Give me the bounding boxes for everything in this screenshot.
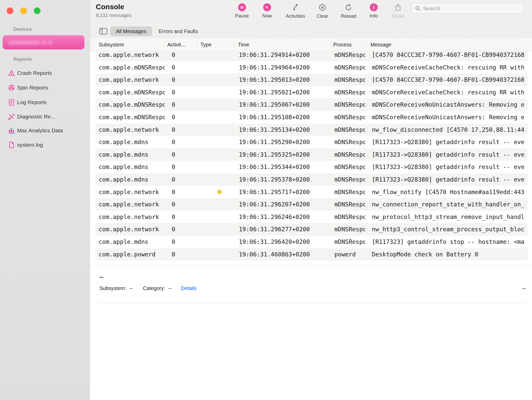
log-table-row[interactable]: com.apple.network 0 19:06:31.296207+0200… [95, 198, 528, 211]
toolbar: Console 8,232 messages Pause Now Act [90, 0, 532, 24]
log-table-row[interactable]: com.apple.mDNSResponder 0 19:06:31.29510… [95, 111, 528, 124]
cell-type [214, 148, 225, 161]
column-divider[interactable] [197, 41, 197, 48]
cell-process: powerd [334, 248, 365, 261]
warning-triangle-icon [8, 69, 15, 77]
table-header: Subsystem Activit… Type Time Process Mes… [90, 38, 532, 52]
log-table-row[interactable]: com.apple.network 0 19:06:31.295717+0200… [95, 186, 528, 198]
cell-time: 19:06:31.296246+0200 [239, 211, 323, 223]
column-divider[interactable] [234, 41, 234, 48]
bar-chart-icon [8, 127, 15, 134]
column-header-time[interactable]: Time [238, 38, 249, 52]
sidebar-item-label: system.log [17, 142, 43, 148]
cell-activity: 0 [172, 173, 202, 186]
column-divider[interactable] [331, 41, 331, 48]
cell-process: mDNSResponder [334, 223, 365, 236]
log-table-row[interactable]: com.apple.mdns 0 19:06:31.296420+0200 mD… [95, 236, 528, 248]
log-table: com.apple.network 0 19:06:31.294847+0200… [90, 38, 532, 265]
cell-activity: 0 [172, 136, 202, 148]
sidebar-item-label: Log Reports [17, 99, 46, 105]
sidebar-toggle-icon[interactable] [98, 27, 108, 35]
sidebar-item-log-reports[interactable]: Log Reports [0, 96, 90, 109]
main-area: Console 8,232 messages Pause Now Act [90, 0, 532, 400]
document-icon [8, 141, 15, 149]
cell-type [214, 74, 225, 86]
log-table-row[interactable]: com.apple.network 0 19:06:31.296277+0200… [95, 223, 528, 236]
now-button[interactable]: Now [253, 3, 281, 19]
cell-process: mDNSResponder [334, 98, 365, 111]
sidebar-item-spin-reports[interactable]: Spin Reports [0, 81, 90, 94]
search-input[interactable]: Search [411, 3, 523, 14]
cell-type [214, 124, 225, 136]
tools-icon [8, 113, 15, 121]
cell-time: 19:06:31.295021+0200 [239, 86, 323, 99]
log-table-row[interactable]: com.apple.mdns 0 19:06:31.295344+0200 mD… [95, 161, 528, 173]
cell-time: 19:06:31.295717+0200 [239, 186, 323, 198]
sidebar-item-diagnostic-reports[interactable]: Diagnostic Re... [0, 110, 90, 123]
log-table-row[interactable]: com.apple.mdns 0 19:06:31.295325+0200 mD… [95, 148, 528, 161]
column-header-process[interactable]: Process [333, 38, 352, 52]
cell-process: mDNSResponder [334, 211, 365, 223]
column-header-activity[interactable]: Activit… [167, 38, 186, 52]
cell-subsystem: com.apple.mdns [99, 236, 165, 248]
info-button[interactable]: i Info [360, 3, 388, 19]
cell-subsystem: com.apple.network [99, 211, 165, 223]
cell-message: [R117323->Q28380] getaddrinfo result -- … [372, 161, 528, 173]
clear-circle-icon [318, 3, 326, 12]
cell-time: 19:06:31.295134+0200 [239, 124, 323, 136]
tab-all-messages[interactable]: All Messages [110, 26, 152, 36]
detail-meta-line: Subsystem: -- Category: -- Details [99, 285, 197, 291]
log-table-row[interactable]: com.apple.network 0 19:06:31.296246+0200… [95, 211, 528, 223]
cell-process: mDNSResponder [334, 61, 365, 74]
column-divider[interactable] [366, 41, 366, 48]
zoom-window-button[interactable] [34, 7, 40, 14]
column-header-message[interactable]: Message [371, 38, 391, 52]
log-table-row[interactable]: com.apple.mDNSResponder 0 19:06:31.29502… [95, 86, 528, 99]
column-divider[interactable] [164, 41, 165, 48]
tab-bar: All Messages Errors and Faults [90, 25, 532, 38]
log-table-row[interactable]: com.apple.network 0 19:06:31.295013+0200… [95, 74, 528, 86]
cell-process: mDNSResponder [334, 198, 365, 211]
log-table-row[interactable]: com.apple.mdns 0 19:06:31.295290+0200 mD… [95, 136, 528, 148]
reports-section-label: Reports [13, 56, 32, 62]
sidebar-item-mac-analytics-data[interactable]: Mac Analytics Data [0, 124, 90, 137]
log-table-row[interactable]: com.apple.network 0 19:06:31.295134+0200… [95, 124, 528, 136]
cell-time: 19:06:31.296420+0200 [239, 236, 323, 248]
details-link[interactable]: Details [181, 285, 197, 291]
error-level-dot-icon [217, 190, 222, 194]
cell-type [214, 198, 225, 211]
device-name-blurred: oooooooo o o [9, 39, 53, 46]
activities-icon [291, 3, 300, 12]
sidebar: Devices oooooooo o o Reports Crash Repor… [0, 0, 90, 400]
sidebar-item-selected-device[interactable]: oooooooo o o [3, 35, 85, 49]
log-table-row[interactable]: com.apple.mDNSResponder 0 19:06:31.29506… [95, 98, 528, 111]
column-header-subsystem[interactable]: Subsystem [99, 38, 124, 52]
share-button[interactable]: Share [384, 3, 412, 19]
activities-button[interactable]: Activities [281, 3, 310, 19]
cell-process: mDNSResponder [334, 236, 365, 248]
cell-subsystem: com.apple.mDNSResponder [99, 98, 165, 111]
detail-pane: -- Subsystem: -- Category: -- Details -- [90, 265, 532, 400]
search-icon [415, 6, 421, 11]
cell-time: 19:06:31.460863+0200 [239, 248, 323, 261]
minimize-window-button[interactable] [20, 7, 27, 14]
cell-time: 19:06:31.295325+0200 [239, 148, 323, 161]
column-header-type[interactable]: Type [200, 38, 211, 52]
sidebar-item-label: Spin Reports [17, 85, 48, 91]
tab-errors-and-faults[interactable]: Errors and Faults [159, 26, 198, 36]
log-table-row[interactable]: com.apple.powerd 0 19:06:31.460863+0200 … [95, 248, 528, 261]
detail-right-value: -- [523, 285, 526, 291]
sidebar-item-crash-reports[interactable]: Crash Reports [0, 66, 90, 80]
cell-activity: 0 [172, 148, 202, 161]
log-table-row[interactable]: com.apple.mdns 0 19:06:31.295378+0200 mD… [95, 173, 528, 186]
sidebar-item-system-log[interactable]: system.log [0, 138, 90, 152]
log-rows: com.apple.network 0 19:06:31.294914+0200… [90, 49, 532, 261]
clear-button[interactable]: Clear [308, 3, 336, 19]
log-table-row[interactable]: com.apple.mDNSResponder 0 19:06:31.29496… [95, 61, 528, 74]
close-window-button[interactable] [7, 7, 13, 14]
reload-button[interactable]: Reload [334, 3, 363, 19]
cell-type [214, 173, 225, 186]
detail-subsystem-value: -- [129, 285, 132, 291]
pause-button[interactable]: Pause [228, 3, 256, 19]
cell-activity: 0 [172, 211, 202, 223]
